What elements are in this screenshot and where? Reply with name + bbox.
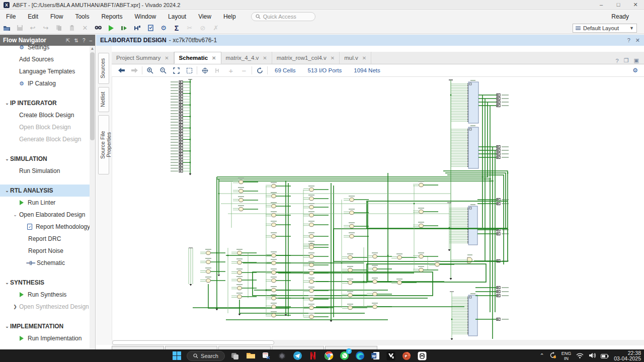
tab-sources[interactable]: Sources <box>98 53 109 84</box>
flownav-item-settings[interactable]: ⚙Settings <box>0 41 90 53</box>
flownav-item-create-block-design[interactable]: Create Block Design <box>0 109 90 121</box>
flownav-item-run-implementation[interactable]: Run Implementation <box>0 332 90 344</box>
tab-close-icon[interactable]: ✕ <box>263 55 267 61</box>
zoom-in-icon[interactable] <box>143 65 156 75</box>
flownav-item-run-simulation[interactable]: Run Simulation <box>0 165 90 177</box>
back-icon[interactable] <box>115 65 128 75</box>
schematic-settings-gear-icon[interactable]: ⚙ <box>632 67 638 74</box>
menu-reports[interactable]: Reports <box>95 12 128 22</box>
chevron-icon[interactable]: ⌄ <box>4 101 10 106</box>
bottom-panel-tab-stub[interactable] <box>112 346 164 349</box>
doc-tab-mul-v[interactable]: mul.v✕ <box>340 52 371 64</box>
tab-close-icon[interactable]: ✕ <box>362 55 366 61</box>
redo-icon[interactable]: ↪ <box>39 23 52 33</box>
task-view-icon[interactable] <box>229 350 240 361</box>
close-button[interactable]: ✕ <box>627 0 644 10</box>
start-button[interactable] <box>171 350 182 361</box>
chevron-icon[interactable]: ⌄ <box>4 188 10 193</box>
autofit-selection-icon[interactable] <box>198 65 211 75</box>
doc-tab-matrix-row1-col4-v[interactable]: matrix_row1_col4.v✕ <box>272 52 340 64</box>
flownav-item-implementation[interactable]: ⌄IMPLEMENTATION <box>0 320 90 332</box>
wifi-icon[interactable] <box>576 351 584 360</box>
flownav-item-language-templates[interactable]: Language Templates <box>0 65 90 77</box>
horizontal-scrollbar[interactable] <box>112 340 644 345</box>
scroll-up-icon[interactable]: ▲ <box>90 46 95 52</box>
netflix-icon[interactable] <box>307 350 318 361</box>
snipping-tool-icon[interactable] <box>261 350 272 361</box>
menu-tools[interactable]: Tools <box>69 12 95 22</box>
report-icon[interactable] <box>144 23 157 33</box>
maximize-button[interactable]: □ <box>610 0 627 10</box>
menu-file[interactable]: File <box>0 12 22 22</box>
clock[interactable]: 22:38 03-04-2025 <box>614 350 641 361</box>
maximize-panel-icon[interactable]: ▣ <box>634 57 639 64</box>
io-ports-link[interactable]: 513 I/O Ports <box>308 67 342 73</box>
sum-icon[interactable]: Σ <box>170 23 183 33</box>
chevron-icon[interactable]: ⌄ <box>4 156 10 161</box>
bottom-panel-tab-stub[interactable] <box>272 346 324 349</box>
flownav-item-report-drc[interactable]: Report DRC <box>0 233 90 245</box>
elaborate-icon[interactable] <box>131 23 144 33</box>
tab-close-icon[interactable]: ✕ <box>331 55 335 61</box>
flownav-item-schematic[interactable]: ⊣⊢Schematic <box>0 257 90 269</box>
chevron-icon[interactable]: ⌄ <box>4 280 10 285</box>
delete-icon[interactable]: ✕ <box>78 23 92 33</box>
regenerate-icon[interactable] <box>253 65 266 75</box>
menu-layout[interactable]: Layout <box>162 12 192 22</box>
doc-tab-matrix-4-4-v[interactable]: matrix_4_4.v✕ <box>221 52 272 64</box>
step-icon[interactable] <box>118 23 131 33</box>
tab-source-file-properties[interactable]: Source File Properties <box>98 115 109 174</box>
quick-access-search[interactable]: Quick Access <box>251 12 315 21</box>
run-icon[interactable] <box>105 23 118 33</box>
nets-link[interactable]: 1094 Nets <box>354 67 380 73</box>
zoom-fit-icon[interactable] <box>170 65 183 75</box>
word-icon[interactable]: W <box>370 350 381 361</box>
schematic-canvas[interactable] <box>112 77 644 340</box>
flownav-item-open-elaborated-design[interactable]: ⌄Open Elaborated Design <box>0 209 90 221</box>
copy-icon[interactable] <box>52 23 65 33</box>
menu-edit[interactable]: Edit <box>22 12 44 22</box>
bottom-panel-tab-stub[interactable] <box>218 346 271 349</box>
panel-close-icon[interactable]: ✕ <box>635 37 640 44</box>
float-window-icon[interactable]: ❐ <box>624 57 629 64</box>
menu-help[interactable]: Help <box>217 12 242 22</box>
bottom-panel-tab-stub[interactable] <box>165 346 217 349</box>
menu-window[interactable]: Window <box>128 12 162 22</box>
battery-icon[interactable] <box>601 351 609 360</box>
flownav-item-ip-catalog[interactable]: ⚙IP Catalog <box>0 77 90 89</box>
panel-help-icon[interactable]: ? <box>627 37 630 44</box>
chatgpt-icon[interactable] <box>417 350 428 361</box>
flownav-item-rtl-analysis[interactable]: ⌄RTL ANALYSIS <box>0 185 90 197</box>
tab-help-icon[interactable]: ? <box>616 58 619 64</box>
powerpoint-icon[interactable]: P <box>401 350 412 361</box>
flownav-item-open-synthesized-design[interactable]: ❯Open Synthesized Design <box>0 301 90 313</box>
update-sync-icon[interactable] <box>549 351 556 360</box>
layout-selector[interactable]: Default Layout ▼ <box>573 24 637 33</box>
file-explorer-icon[interactable] <box>245 350 256 361</box>
settings-gear-icon[interactable]: ⚙ <box>157 23 170 33</box>
dev-app-icon[interactable] <box>276 350 287 361</box>
tray-chevron-icon[interactable]: ⌃ <box>540 352 544 359</box>
zoom-out-icon[interactable] <box>156 65 170 75</box>
tab-close-icon[interactable]: ✕ <box>165 55 169 61</box>
chevron-icon[interactable]: ⌄ <box>12 212 18 217</box>
edge-icon[interactable] <box>354 350 365 361</box>
taskbar-search[interactable]: Search <box>187 351 225 361</box>
volume-icon[interactable] <box>589 351 596 360</box>
save-icon[interactable] <box>13 23 26 33</box>
language-indicator[interactable]: ENGIN <box>561 351 572 361</box>
minimize-button[interactable]: – <box>593 0 610 10</box>
tab-netlist[interactable]: Netlist <box>98 87 109 112</box>
paste-icon[interactable] <box>65 23 78 33</box>
cells-link[interactable]: 69 Cells <box>275 67 296 73</box>
menu-flow[interactable]: Flow <box>44 12 69 22</box>
flownav-item-ip-integrator[interactable]: ⌄IP INTEGRATOR <box>0 97 90 109</box>
whatsapp-icon[interactable]: 2 <box>339 350 350 361</box>
flownav-item-open-block-design[interactable]: Open Block Design <box>0 121 90 133</box>
menu-view[interactable]: View <box>192 12 217 22</box>
find-icon[interactable] <box>92 23 105 33</box>
flownav-item-simulation[interactable]: ⌄SIMULATION <box>0 153 90 165</box>
undo-icon[interactable]: ↩ <box>26 23 39 33</box>
tab-close-icon[interactable]: ✕ <box>212 55 216 61</box>
chevron-icon[interactable]: ❯ <box>12 304 18 309</box>
